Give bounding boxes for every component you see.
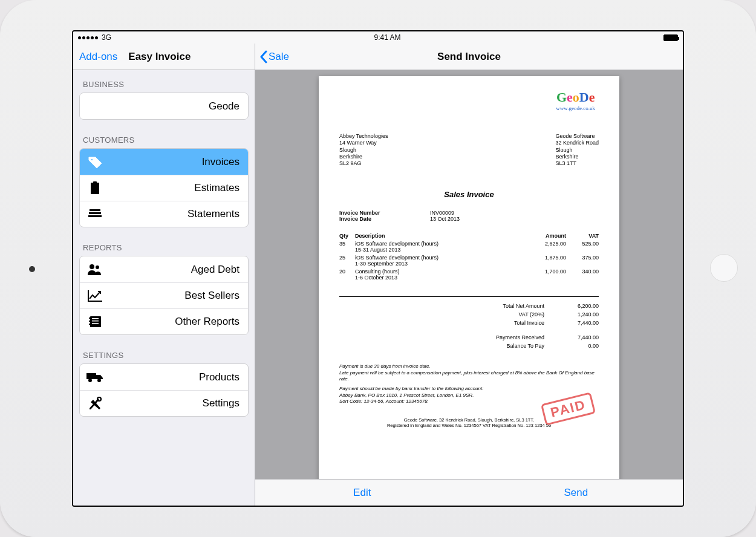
- svg-rect-2: [93, 181, 97, 184]
- ipad-frame: 3G 9:41 AM Add-ons Easy Invoice BUSINESS…: [0, 0, 756, 537]
- sidebar-item-label: Other Reports: [104, 316, 240, 328]
- col-amount: Amount: [530, 233, 566, 239]
- sidebar-item-label: Products: [104, 371, 240, 383]
- line-item: 35 iOS Software development (hours)15-31…: [339, 241, 599, 253]
- edit-button[interactable]: Edit: [255, 480, 469, 506]
- svg-rect-1: [91, 183, 99, 194]
- sidebar-header: Add-ons Easy Invoice: [73, 44, 255, 70]
- people-icon: [86, 263, 104, 276]
- svg-rect-3: [88, 215, 102, 217]
- sidebar-item-other-reports[interactable]: Other Reports: [80, 308, 248, 334]
- to-postcode: SL2 9AG: [339, 160, 388, 167]
- detail-pane: Sale Send Invoice GeoDe www.geode.co.uk …: [255, 44, 683, 506]
- sidebar-item-label: Statements: [104, 208, 240, 220]
- svg-rect-9: [89, 317, 91, 319]
- to-county: Berkshire: [339, 154, 388, 160]
- svg-point-18: [97, 397, 101, 401]
- detail-title: Send Invoice: [255, 51, 683, 63]
- svg-rect-14: [92, 323, 99, 324]
- col-vat: VAT: [566, 233, 599, 239]
- send-button[interactable]: Send: [469, 480, 683, 506]
- sidebar-title: Easy Invoice: [128, 51, 191, 63]
- invoice-number-label: Invoice Number: [339, 210, 430, 216]
- to-name: Abbey Technologies: [339, 133, 388, 140]
- svg-rect-11: [89, 324, 91, 325]
- sidebar-item-settings[interactable]: Settings: [80, 390, 248, 416]
- svg-rect-13: [92, 321, 99, 322]
- section-reports: REPORTS: [73, 233, 255, 256]
- price-tag-icon: [86, 155, 104, 169]
- line-item: 20 Consulting (hours)1-6 October 2013 1,…: [339, 268, 599, 281]
- svg-rect-15: [86, 373, 96, 379]
- svg-point-0: [91, 158, 93, 160]
- from-name: Geode Software: [555, 133, 599, 140]
- chevron-left-icon: [259, 50, 267, 63]
- sidebar-item-best-sellers[interactable]: Best Sellers: [80, 282, 248, 308]
- sidebar-item-label: Settings: [104, 397, 240, 409]
- divider: [339, 296, 599, 297]
- totals: Total Net Amount6,200.00 VAT (20%)1,240.…: [339, 303, 599, 349]
- sidebar-item-aged-debt[interactable]: Aged Debt: [80, 256, 248, 282]
- invoice-meta: Invoice NumberINV00009 Invoice Date13 Oc…: [339, 210, 599, 222]
- to-city: Slough: [339, 147, 388, 154]
- sidebar-item-statements[interactable]: Statements: [80, 201, 248, 227]
- svg-point-7: [96, 265, 99, 269]
- svg-point-17: [97, 379, 101, 382]
- clock: 9:41 AM: [374, 33, 400, 42]
- sidebar-item-label: Best Sellers: [104, 290, 240, 302]
- battery-icon: [663, 34, 678, 41]
- to-street: 14 Warner Way: [339, 140, 388, 146]
- svg-point-16: [88, 379, 92, 382]
- carrier-label: 3G: [102, 33, 111, 42]
- detail-header: Sale Send Invoice: [255, 44, 683, 70]
- invoice-date-label: Invoice Date: [339, 216, 430, 222]
- svg-rect-5: [90, 209, 100, 211]
- from-city: Slough: [555, 147, 599, 154]
- sidebar-item-products[interactable]: Products: [80, 364, 248, 390]
- payment-terms: Payment is due 30 days from invoice date…: [339, 363, 599, 405]
- home-button[interactable]: [710, 254, 738, 282]
- documents-icon: [86, 208, 104, 220]
- detail-toolbar: Edit Send: [255, 479, 683, 506]
- tools-icon: [86, 396, 104, 411]
- bill-from: Geode Software 32 Kendrick Road Slough B…: [555, 133, 599, 167]
- col-qty: Qty: [339, 233, 355, 239]
- invoice-heading: Sales Invoice: [339, 190, 599, 199]
- svg-rect-12: [92, 318, 99, 319]
- bill-to: Abbey Technologies 14 Warner Way Slough …: [339, 133, 388, 167]
- notebook-icon: [86, 315, 104, 328]
- screen: 3G 9:41 AM Add-ons Easy Invoice BUSINESS…: [72, 30, 684, 507]
- signal-icon: [78, 36, 98, 39]
- truck-icon: [86, 371, 104, 383]
- status-bar: 3G 9:41 AM: [73, 31, 683, 44]
- svg-rect-4: [89, 212, 101, 214]
- from-county: Berkshire: [555, 154, 599, 160]
- sidebar: Add-ons Easy Invoice BUSINESS Geode CUST…: [73, 44, 255, 506]
- invoice-page: GeoDe www.geode.co.uk Abbey Technologies…: [319, 76, 619, 479]
- from-street: 32 Kendrick Road: [555, 140, 599, 146]
- sidebar-item-estimates[interactable]: Estimates: [80, 175, 248, 201]
- from-postcode: SL3 1TT: [555, 160, 599, 167]
- line-item: 25 iOS Software development (hours)1-30 …: [339, 255, 599, 267]
- section-settings: SETTINGS: [73, 341, 255, 363]
- sidebar-item-label: Invoices: [104, 156, 240, 168]
- back-button[interactable]: Sale: [255, 50, 289, 63]
- camera-dot: [29, 266, 35, 272]
- sidebar-item-label: Estimates: [104, 182, 240, 194]
- invoice-date: 13 Oct 2013: [430, 216, 460, 222]
- sidebar-item-label: Aged Debt: [104, 264, 240, 276]
- svg-point-6: [90, 264, 94, 269]
- clipboard-icon: [86, 181, 104, 195]
- svg-rect-10: [89, 321, 91, 322]
- invoice-preview-area: GeoDe www.geode.co.uk Abbey Technologies…: [255, 70, 683, 479]
- chart-line-icon: [86, 289, 104, 302]
- business-row[interactable]: Geode: [80, 93, 248, 119]
- company-logo: GeoDe www.geode.co.uk: [556, 90, 595, 111]
- back-label: Sale: [269, 51, 289, 63]
- sidebar-item-invoices[interactable]: Invoices: [80, 149, 248, 175]
- section-business: BUSINESS: [73, 70, 255, 93]
- section-customers: CUSTOMERS: [73, 126, 255, 148]
- addons-button[interactable]: Add-ons: [79, 51, 117, 63]
- items-header: Qty Description Amount VAT: [339, 233, 599, 239]
- svg-rect-8: [90, 316, 101, 327]
